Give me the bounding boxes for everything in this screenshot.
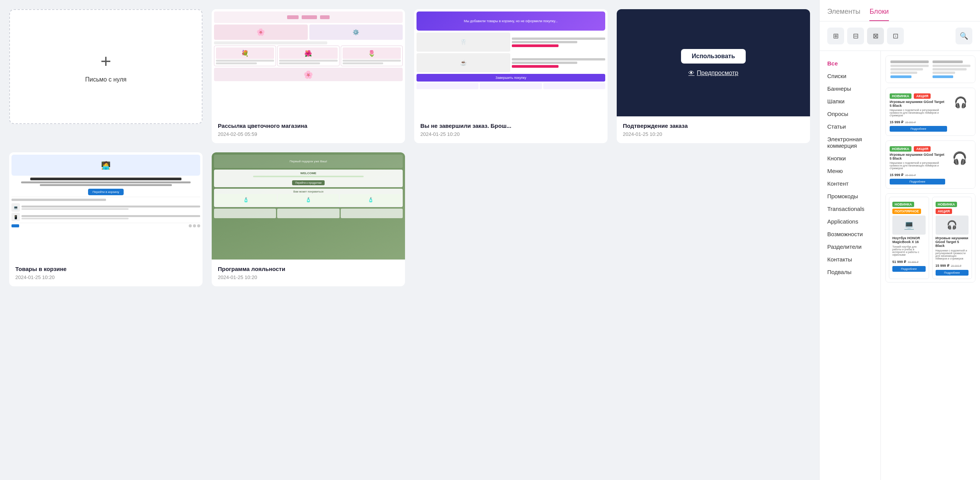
product-desc-right: Наушники с подсветкой и регулировкой гро… <box>936 249 969 260</box>
block-product-pair[interactable]: НОВИНКА ПОПУЛЯРНОЕ 💻 Ноутбук HONOR Magic… <box>885 193 975 282</box>
toolbar-btn-grid2[interactable]: ⊟ <box>847 28 864 44</box>
product-btn-right[interactable]: Подробнее <box>936 270 969 276</box>
use-button[interactable]: Использовать <box>681 49 746 64</box>
template-date-confirm: 2024-01-25 10:20 <box>623 131 804 137</box>
template-info-flower: Рассылка цветочного магазина 2024-02-05 … <box>212 116 405 143</box>
product-name-2: Игровые наушники GGod Target 5 Black <box>890 153 945 160</box>
new-template-card[interactable]: + Письмо с нуля <box>9 9 203 124</box>
block-product-single-lg[interactable]: НОВИНКА АКЦИЯ Игровые наушники GGod Targ… <box>885 140 975 189</box>
block-text-1[interactable] <box>885 56 975 83</box>
categories-list: Все Списки Баннеры Шапки Опросы Статьи Э… <box>820 51 881 480</box>
category-surveys[interactable]: Опросы <box>820 108 880 120</box>
product-old-price-2: 35 000 ₽ <box>905 174 915 176</box>
template-title-loyalty: Программа лояльности <box>218 266 399 272</box>
template-date-cart: 2024-01-25 10:20 <box>15 274 196 280</box>
plus-icon: + <box>100 51 111 72</box>
category-all[interactable]: Все <box>820 57 880 70</box>
badge-new-2: НОВИНКА <box>890 146 911 152</box>
template-preview-abandon: Мы добавили товары в корзину, но не офор… <box>414 9 608 116</box>
template-date-abandon: 2024-01-25 10:20 <box>420 131 601 137</box>
product-old-price: 25 000 ₽ <box>905 121 915 124</box>
new-card-label: Письмо с нуля <box>85 76 126 83</box>
product-new-price: 15 999 ₽ <box>890 120 903 124</box>
template-card-loyalty[interactable]: Первый подарок уже Ваш! WELCOME Перейти … <box>212 152 405 286</box>
product-desc-left: Тонкий ноутбук для работы и учебы в инте… <box>892 245 926 256</box>
toolbar-btn-grid3[interactable]: ⊠ <box>867 28 884 44</box>
category-lists[interactable]: Списки <box>820 70 880 82</box>
tab-elements[interactable]: Элементы <box>827 8 860 21</box>
template-info-confirm: Подтверждение заказа 2024-01-25 10:20 <box>617 116 810 143</box>
category-menu[interactable]: Меню <box>820 165 880 177</box>
template-card-confirm[interactable]: Использовать 👁 Предпросмотр Подтверждени… <box>617 9 810 143</box>
right-panel: Элементы Блоки ⊞ ⊟ ⊠ ⊡ 🔍 Все Списки Банн… <box>819 0 980 480</box>
main-content: + Письмо с нуля 🌸 ⚙️ <box>0 0 819 480</box>
category-headers[interactable]: Шапки <box>820 95 880 108</box>
product-btn-left[interactable]: Подробнее <box>892 266 926 272</box>
product-desc: Наушники с подсветкой и регулировкой гро… <box>890 109 947 117</box>
template-preview-flower: 🌸 ⚙️ 💐 🌺 <box>212 9 405 116</box>
product-name: Игровые наушники GGod Target 5 Black <box>890 100 947 108</box>
badge-new: НОВИНКА <box>890 93 911 99</box>
category-promocodes[interactable]: Промокоды <box>820 190 880 202</box>
product-new-price-2: 15 999 ₽ <box>890 173 903 177</box>
badge-sale-2: АКЦИЯ <box>914 146 931 152</box>
headphone-img-1: 🎧 <box>950 92 971 113</box>
template-card-cart[interactable]: 🧑‍💻 Перейти в корзину 💻 <box>9 152 203 286</box>
product-name-left: Ноутбук HONOR MagicBook X 16 <box>892 236 926 244</box>
template-date-loyalty: 2024-01-25 10:20 <box>218 274 399 280</box>
template-title-confirm: Подтверждение заказа <box>623 122 804 129</box>
preview-link[interactable]: 👁 Предпросмотр <box>688 70 738 77</box>
template-preview-cart: 🧑‍💻 Перейти в корзину 💻 <box>9 152 203 260</box>
product-name-right: Игровые наушники GGod Target 5 Black <box>936 236 969 248</box>
template-card-abandon[interactable]: Мы добавили товары в корзину, но не офор… <box>414 9 608 143</box>
template-title-abandon: Вы не завершили заказ. Брош... <box>420 122 601 129</box>
product-mock-right: НОВИНКА АКЦИЯ 🎧 Игровые наушники GGod Ta… <box>932 197 972 279</box>
template-card-flower[interactable]: 🌸 ⚙️ 💐 🌺 <box>212 9 405 143</box>
template-preview-loyalty: Первый подарок уже Ваш! WELCOME Перейти … <box>212 152 405 260</box>
category-contacts[interactable]: Контакты <box>820 253 880 266</box>
template-preview-confirm: Использовать 👁 Предпросмотр <box>617 9 810 116</box>
product-mock-left: НОВИНКА ПОПУЛЯРНОЕ 💻 Ноутбук HONOR Magic… <box>889 197 929 279</box>
toolbar-btn-grid1[interactable]: ⊞ <box>827 28 844 44</box>
category-banners[interactable]: Баннеры <box>820 82 880 95</box>
template-info-cart: Товары в корзине 2024-01-25 10:20 <box>9 260 203 286</box>
category-dividers[interactable]: Разделители <box>820 240 880 253</box>
product-btn-2[interactable]: Подробнее <box>890 179 945 184</box>
category-features[interactable]: Возможности <box>820 228 880 240</box>
product-btn[interactable]: Подробнее <box>890 126 947 132</box>
category-ecommerce[interactable]: Электронная коммерция <box>820 133 880 152</box>
template-info-abandon: Вы не завершили заказ. Брош... 2024-01-2… <box>414 116 608 143</box>
product-desc-2: Наушники с подсветкой и регулировкой гро… <box>890 162 945 170</box>
category-applications[interactable]: Applications <box>820 215 880 228</box>
template-date-flower: 2024-02-05 05:59 <box>218 131 399 137</box>
badge-sale: АКЦИЯ <box>914 93 931 99</box>
toolbar-btn-grid4[interactable]: ⊡ <box>887 28 904 44</box>
panel-content: Все Списки Баннеры Шапки Опросы Статьи Э… <box>820 51 980 480</box>
category-content[interactable]: Контент <box>820 177 880 190</box>
tab-blocks[interactable]: Блоки <box>869 8 889 21</box>
panel-tabs: Элементы Блоки <box>820 0 980 21</box>
panel-toolbar: ⊞ ⊟ ⊠ ⊡ 🔍 <box>820 21 980 51</box>
category-buttons[interactable]: Кнопки <box>820 152 880 165</box>
eye-icon: 👁 <box>688 70 694 77</box>
search-icon-btn[interactable]: 🔍 <box>956 28 972 44</box>
templates-grid: + Письмо с нуля 🌸 ⚙️ <box>9 9 810 286</box>
blocks-preview: НОВИНКА АКЦИЯ Игровые наушники GGod Targ… <box>881 51 980 480</box>
template-title-flower: Рассылка цветочного магазина <box>218 122 399 129</box>
category-footers[interactable]: Подвалы <box>820 266 880 278</box>
category-articles[interactable]: Статьи <box>820 120 880 133</box>
template-info-loyalty: Программа лояльности 2024-01-25 10:20 <box>212 260 405 286</box>
block-product-single[interactable]: НОВИНКА АКЦИЯ Игровые наушники GGod Targ… <box>885 88 975 136</box>
category-transactionals[interactable]: Transactionals <box>820 202 880 215</box>
template-title-cart: Товары в корзине <box>15 266 196 272</box>
